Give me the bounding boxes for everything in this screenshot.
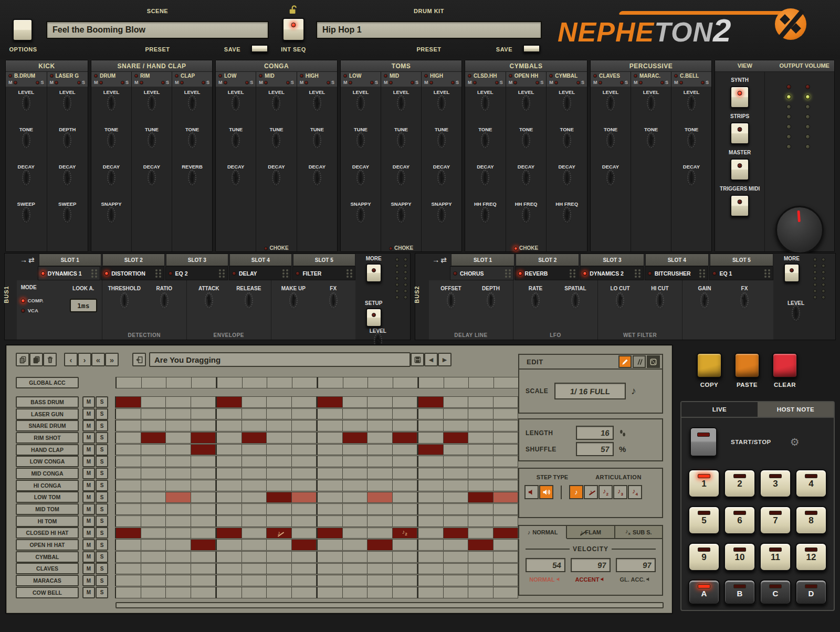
step-cell[interactable] — [317, 456, 343, 467]
step-cell[interactable] — [317, 539, 343, 551]
mute-led[interactable] — [389, 81, 393, 85]
step-cell[interactable] — [141, 480, 166, 491]
row-mute-button[interactable]: M — [82, 491, 95, 503]
step-cell[interactable] — [216, 587, 242, 598]
step-cell[interactable] — [242, 503, 267, 515]
knob-hh-freq[interactable] — [525, 209, 527, 220]
mode-option-vca[interactable]: VCA — [21, 308, 61, 313]
mute-led[interactable] — [224, 81, 227, 85]
knob-gain[interactable] — [704, 294, 706, 306]
step-cell[interactable] — [468, 563, 494, 575]
pattern-import-button[interactable] — [132, 353, 146, 366]
knob-level[interactable] — [400, 97, 402, 108]
step-cell[interactable] — [368, 587, 393, 598]
scene-save-button[interactable] — [251, 45, 268, 52]
knob-tone[interactable] — [566, 134, 568, 145]
step-cell[interactable] — [141, 396, 166, 408]
step-cell[interactable] — [216, 492, 242, 503]
pattern-save-button[interactable] — [411, 353, 424, 366]
pattern-pad-6[interactable]: 6 — [724, 506, 755, 534]
step-cell[interactable] — [242, 563, 267, 575]
bank-pad-a[interactable]: A — [688, 580, 720, 605]
knob-level[interactable] — [25, 97, 27, 108]
step-cell[interactable] — [317, 420, 343, 431]
step-cell[interactable] — [242, 587, 267, 598]
solo-led[interactable] — [327, 81, 330, 85]
step-cell[interactable] — [216, 480, 242, 491]
pattern-pad-1[interactable]: 1 — [688, 469, 720, 498]
options-button[interactable] — [13, 19, 33, 41]
pattern-pad-7[interactable]: 7 — [760, 506, 791, 534]
step-cell[interactable] — [191, 480, 216, 491]
step-cell[interactable] — [417, 587, 444, 598]
step-cell[interactable] — [115, 587, 141, 598]
pattern-pad-11[interactable]: 11 — [760, 543, 791, 571]
step-cell[interactable] — [292, 492, 317, 503]
slot-tab-1[interactable]: SLOT 1 — [39, 254, 101, 266]
step-cell[interactable] — [393, 468, 418, 479]
step-cell[interactable] — [468, 551, 494, 563]
step-cell[interactable] — [141, 563, 166, 575]
pattern-pad-5[interactable]: 5 — [688, 506, 720, 534]
knob-level[interactable] — [191, 97, 193, 108]
step-cell[interactable] — [368, 528, 393, 539]
step-cell[interactable] — [141, 432, 166, 444]
slot-effect-dynamics-2[interactable]: DYNAMICS 2 — [580, 266, 644, 280]
more-button[interactable] — [784, 264, 800, 282]
solo-led[interactable] — [495, 81, 499, 85]
row-mute-button[interactable]: M — [82, 396, 95, 408]
step-cell[interactable] — [242, 420, 267, 431]
step-cell[interactable] — [267, 377, 292, 388]
step-cell[interactable] — [343, 377, 369, 388]
choke-control[interactable]: CHOKE — [465, 245, 587, 251]
step-cell[interactable] — [494, 551, 519, 563]
knob-tone[interactable] — [25, 134, 27, 145]
mute-led[interactable] — [264, 81, 268, 85]
row-solo-button[interactable]: S — [96, 503, 108, 515]
step-cell[interactable] — [191, 456, 216, 467]
mute-led[interactable] — [473, 81, 477, 85]
step-cell[interactable] — [368, 563, 393, 575]
slot-tab-4[interactable]: SLOT 4 — [645, 254, 709, 266]
step-cell[interactable] — [393, 408, 418, 420]
knob-level[interactable] — [610, 97, 612, 108]
row-mute-button[interactable]: M — [82, 444, 95, 456]
step-cell[interactable] — [267, 420, 292, 431]
global-acc-button[interactable]: GLOBAL ACC — [16, 377, 79, 388]
step-cell[interactable] — [115, 480, 141, 491]
solo-led[interactable] — [245, 81, 249, 85]
step-cell[interactable] — [292, 480, 317, 491]
step-cell[interactable] — [242, 444, 267, 456]
row-solo-button[interactable]: S — [96, 444, 108, 456]
choke-control[interactable]: CHOKE — [216, 245, 337, 251]
mute-led[interactable] — [304, 81, 308, 85]
step-cell[interactable] — [242, 575, 267, 586]
bus-route-arrows[interactable]: →⇄ — [429, 254, 450, 266]
shuffle-value[interactable]: 57 — [576, 442, 614, 456]
knob-level[interactable] — [151, 97, 153, 108]
slot-effect-bitcrusher[interactable]: BITCRUSHER — [645, 266, 709, 280]
step-cell[interactable] — [343, 432, 368, 444]
step-cell[interactable] — [267, 444, 292, 456]
step-cell[interactable] — [115, 539, 141, 551]
step-cell[interactable] — [191, 444, 216, 456]
step-cell[interactable] — [267, 503, 292, 515]
erase-tool-button[interactable] — [633, 355, 646, 368]
step-cell[interactable] — [468, 444, 494, 456]
step-cell[interactable] — [192, 377, 217, 388]
step-cell[interactable] — [393, 456, 418, 467]
step-cell[interactable] — [417, 420, 444, 431]
step-cell[interactable] — [444, 377, 469, 388]
step-cell[interactable] — [494, 377, 519, 388]
step-cell[interactable] — [216, 539, 242, 551]
knob-fx[interactable] — [743, 294, 746, 306]
step-cell[interactable] — [216, 444, 242, 456]
step-cell[interactable] — [494, 408, 519, 420]
step-cell[interactable] — [115, 563, 141, 575]
step-cell[interactable] — [444, 492, 469, 503]
step-cell[interactable] — [216, 468, 242, 479]
start-stop-button[interactable] — [690, 427, 717, 457]
step-cell[interactable] — [115, 515, 141, 527]
row-mute-button[interactable]: M — [82, 503, 95, 515]
view-button-synth[interactable] — [730, 86, 749, 108]
